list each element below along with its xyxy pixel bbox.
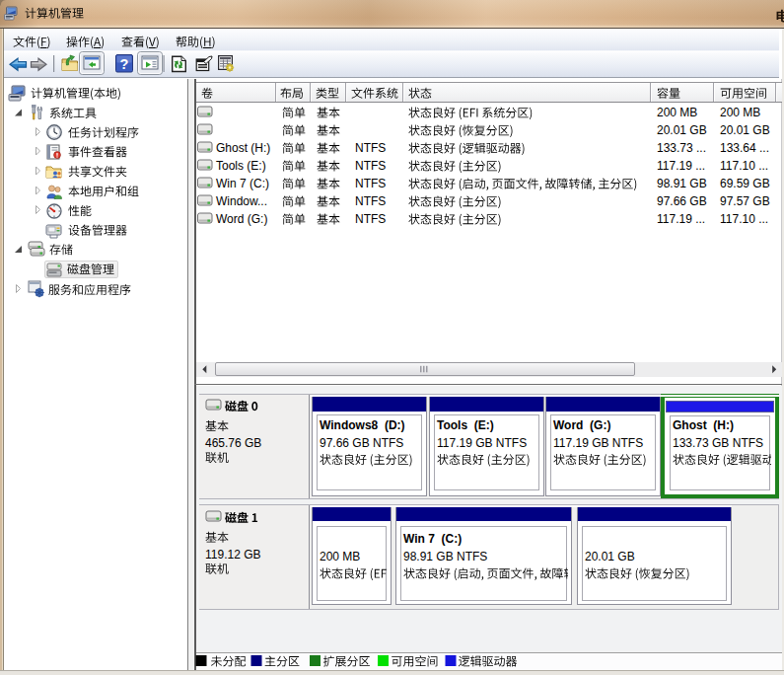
svg-text:?: ? [120,56,129,72]
